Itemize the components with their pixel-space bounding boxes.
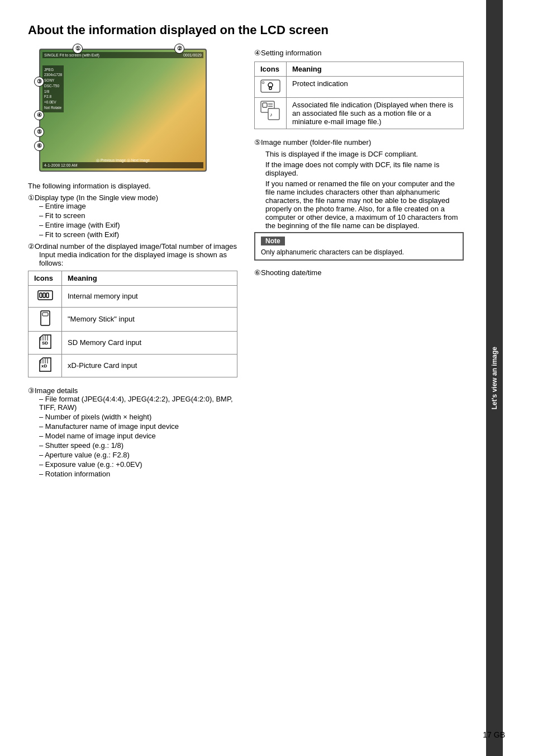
section5: ⑤Image number (folder-file number) This … [254,138,464,230]
section6-label: ⑥Shooting date/time [254,268,321,277]
memorystick-icon [39,310,51,326]
circle-num-5: ⑤ [34,127,44,137]
lcd-left-panel: JPEG 2304x1728 SONY DSC-T50 1/8 F2.8 +0.… [42,65,64,112]
meaning-protect: Protect indication [287,76,464,97]
circle-num-1: ① [73,44,83,54]
section2-sub: Input media indication for the displayed… [39,251,237,267]
icon-cell-xd: xD [28,354,62,377]
list-item: Number of pixels (width × height) [39,413,237,421]
meaning-memory: Internal memory input [62,285,237,307]
lcd-rotation: Not Rotate [44,105,62,111]
section3: ③Image details File format (JPEG(4:4:4),… [28,386,237,478]
list-item: Entire image [39,202,237,210]
list-item: Fit to screen (with Exif) [39,230,237,239]
section1-list: Entire image Fit to screen Entire image … [39,202,237,239]
memory-icon [37,289,54,302]
icon-cell-memory [28,285,62,307]
lcd-brand: SONY [44,78,62,83]
circle-num-4: ④ [34,110,44,120]
lcd-screen: SINGLE Fit to screen (with Exif) 0001/00… [39,49,207,172]
section4-label: ④Setting information [254,49,464,57]
list-item: Rotation information [39,470,237,478]
media-table-header-icons: Icons [28,271,62,285]
meaning-sd: SD Memory Card input [62,331,237,354]
meaning-stick: "Memory Stick" input [62,307,237,331]
lcd-wrapper: SINGLE Fit to screen (with Exif) 0001/00… [39,49,212,172]
section5-text1: This is displayed if the image is DCF co… [265,150,464,158]
section3-list: File format (JPEG(4:4:4), JPEG(4:2:2), J… [39,395,237,478]
sidebar-tab: Let's view an image [486,0,503,756]
svg-text:⊙: ⊙ [261,81,265,84]
list-item: Model name of image input device [39,432,237,440]
lcd-image-counter: 0001/0029 [183,53,202,57]
page-title: About the information displayed on the L… [28,22,464,39]
circle-num-3: ③ [34,77,44,87]
list-item: Manufacturer name of image input device [39,422,237,431]
note-text: Only alphanumeric characters can be disp… [261,248,457,256]
section5-text3: If you named or renamed the file on your… [265,179,464,230]
svg-rect-2 [43,293,45,297]
page-container: About the information displayed on the L… [0,0,533,756]
list-item: File format (JPEG(4:4:4), JPEG(4:2:2), J… [39,395,237,412]
section1: ①Display type (In the Single view mode) … [28,193,237,239]
svg-rect-5 [42,313,48,316]
table-row: SD SD Memory Card input [28,331,237,354]
lcd-image: SINGLE Fit to screen (with Exif) 0001/00… [40,50,206,171]
svg-text:SD: SD [42,341,48,346]
svg-rect-4 [41,311,50,325]
circle-num-6: ⑥ [34,141,44,151]
left-column: SINGLE Fit to screen (with Exif) 0001/00… [28,49,237,481]
section6: ⑥Shooting date/time [254,268,464,277]
sidebar-label: Let's view an image [491,347,498,409]
table-row: ♪ Associated file indication (Displayed … [255,97,464,129]
setting-table-header-icons: Icons [255,62,287,76]
setting-table: Icons Meaning [254,62,464,129]
svg-rect-3 [46,293,49,297]
sd-icon: SD [37,334,53,349]
lcd-exposure: +0.0EV [44,100,62,105]
lcd-model: DSC-T50 [44,83,62,89]
svg-rect-23 [263,103,267,107]
meaning-assoc: Associated file indication (Displayed wh… [287,97,464,129]
list-item: Exposure value (e.g.: +0.0EV) [39,460,237,469]
section5-text2: If the image does not comply with DCF, i… [265,160,464,177]
main-content: About the information displayed on the L… [0,0,486,756]
setting-table-header-meaning: Meaning [287,62,464,76]
meaning-xd: xD-Picture Card input [62,354,237,377]
svg-rect-20 [269,87,272,89]
lcd-nav: ◎ Previous Image ◎ Next Image [42,158,203,163]
icon-cell-assoc: ♪ [255,97,287,129]
circle-num-2: ② [174,44,184,54]
two-column-layout: SINGLE Fit to screen (with Exif) 0001/00… [28,49,464,481]
lcd-aperture: F2.8 [44,94,62,100]
list-item: Entire image (with Exif) [39,221,237,229]
section2-label: ②Ordinal number of the displayed image/T… [28,242,237,251]
lcd-resolution: 2304x1728 [44,72,62,78]
lcd-mode-label: SINGLE Fit to screen (with Exif) [44,53,99,57]
xd-icon: xD [37,357,53,372]
svg-text:xD: xD [41,363,47,368]
lcd-shutter: 1/8 [44,89,62,94]
table-row: xD xD-Picture Card input [28,354,237,377]
icon-cell-protect: ⊙ [255,76,287,97]
list-item: Aperture value (e.g.: F2.8) [39,451,237,459]
intro-text: The following information is displayed. [28,182,237,190]
section2: ②Ordinal number of the displayed image/T… [28,242,237,267]
icon-cell-stick [28,307,62,331]
table-row: Internal memory input [28,285,237,307]
svg-rect-1 [40,293,42,297]
section5-label: ⑤Image number (folder-file number) [254,138,464,147]
protect-icon: ⊙ [260,79,280,93]
lcd-format: JPEG [44,67,62,73]
assoc-icon: ♪ [260,101,280,121]
table-row: ⊙ Protect indication [255,76,464,97]
media-table-header-meaning: Meaning [62,271,237,285]
right-column: ④Setting information Icons Meaning [254,49,464,481]
section1-label: ①Display type (In the Single view mode) [28,193,158,202]
list-item: Fit to screen [39,211,237,220]
table-row: "Memory Stick" input [28,307,237,331]
list-item: Shutter speed (e.g.: 1/8) [39,441,237,450]
icon-cell-sd: SD [28,331,62,354]
section3-label: ③Image details [28,386,78,395]
page-number: 17 GB [483,730,505,739]
